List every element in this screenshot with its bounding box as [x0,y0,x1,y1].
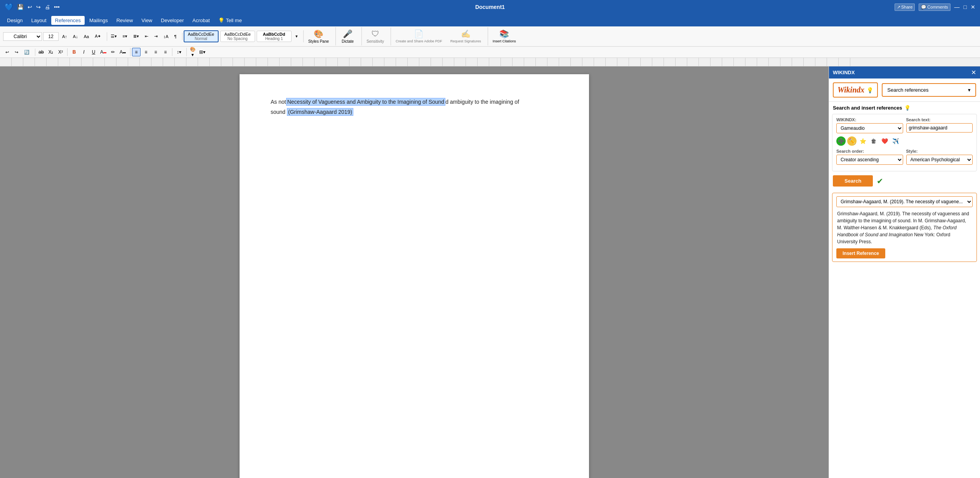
wikindx-search-row: WIKINDX: Gameaudio Search text: [836,117,973,133]
bold-btn[interactable]: B [70,48,78,56]
menu-developer[interactable]: Developer [157,16,188,25]
search-order-select[interactable]: Creator ascending [836,155,903,165]
decrease-font-btn[interactable]: A↓ [71,33,80,40]
menu-design[interactable]: Design [3,16,26,25]
menu-references[interactable]: References [51,16,85,25]
menu-layout[interactable]: Layout [27,16,50,25]
edit-icon[interactable]: ✏️ [847,136,857,146]
search-ref-label: Search references [887,87,928,93]
sidebar-panel: WIKINDX ✕ Wikindx 💡 Search references ▾ … [829,66,980,478]
indent-left-btn[interactable]: ⇤ [142,33,151,40]
comments-button[interactable]: 💬 Comments [919,3,950,11]
close-btn[interactable]: ✕ [971,4,975,10]
wikindx-field-label: WIKINDX: [836,117,903,122]
font-section: Calibri A↑ A↓ Aa A✦ [3,32,107,41]
sidebar-title: WIKINDX [833,70,855,75]
style-normal-btn[interactable]: AaBbCcDdEe Normal [184,30,219,42]
result-select[interactable]: Grimshaw-Aagaard, M. (2019). The necessi… [836,196,973,207]
strikethrough-btn[interactable]: ab [37,48,45,56]
citation-span[interactable]: (Grimshaw-Aagaard 2019) [287,108,353,116]
bullets-btn[interactable]: ☰▾ [108,33,119,40]
sep2 [172,48,172,56]
quick-access-more[interactable]: ••• [54,4,60,10]
insert-citations-section: 📚 Insert Citations [489,27,523,45]
font-format-btn[interactable]: A✦ [92,33,103,40]
star-icon[interactable]: ⭐ [858,136,867,146]
wikindx-select[interactable]: Gameaudio [836,123,903,133]
char-shading-btn[interactable]: A▬ [118,48,127,56]
styles-pane-btn[interactable]: 🎨 Styles Pane [305,27,332,45]
search-text-input[interactable] [906,123,973,133]
align-justify-btn[interactable]: ≡ [161,48,170,56]
more-styles-btn[interactable]: ▾ [293,33,300,40]
search-button[interactable]: Search [833,175,873,187]
dictate-label: Dictate [342,39,354,44]
insert-citations-label: Insert Citations [493,39,516,44]
numbering-btn[interactable]: ≡▾ [120,33,130,40]
sidebar-close-btn[interactable]: ✕ [971,69,976,76]
sort-btn[interactable]: ↕A [161,33,171,40]
quick-access-undo[interactable]: ↩ [28,4,32,10]
maximize-btn[interactable]: □ [964,4,967,10]
menu-tell-me[interactable]: 💡 Tell me [214,16,246,25]
borders-btn[interactable]: ⊞▾ [198,48,207,56]
align-left-btn[interactable]: ≡ [132,48,141,56]
italic-btn[interactable]: I [80,48,88,56]
undo-btn[interactable]: ↩ [3,49,11,56]
menu-view[interactable]: View [137,16,156,25]
create-share-label: Create and Share Adobe PDF [396,39,442,44]
style-heading1-btn[interactable]: AaBbCcDd Heading 1 [257,31,292,42]
insert-reference-btn[interactable]: Insert Reference [836,248,885,258]
indent-right-btn[interactable]: ⇥ [152,33,160,40]
share-button[interactable]: ↗ Share [895,3,915,11]
styles-section: AaBbCcDdEe Normal AaBbCcDdEe No Spacing … [184,30,304,42]
minimize-btn[interactable]: — [954,4,960,10]
show-hide-btn[interactable]: ¶ [172,33,179,40]
insert-citations-btn[interactable]: 📚 Insert Citations [489,27,520,45]
heart-icon[interactable]: ❤️ [880,136,889,146]
plane-icon[interactable]: ✈️ [891,136,900,146]
style-select[interactable]: American Psychological [906,155,973,165]
search-references-btn[interactable]: Search references ▾ [882,83,976,97]
create-share-icon: 📄 [414,29,424,38]
selected-title[interactable]: Necessity of Vagueness and Ambiguity to … [286,98,445,106]
quick-access-print[interactable]: 🖨 [45,4,50,10]
style-no-spacing-btn[interactable]: AaBbCcDdEe No Spacing [220,31,255,42]
multilevel-btn[interactable]: ≣▾ [131,33,141,40]
redo-btn[interactable]: ↪ [12,49,21,56]
wikindx-top-row: Wikindx 💡 Search references ▾ [829,79,980,102]
shading-section: 🎨▾ ⊞▾ [188,48,210,56]
font-case-btn[interactable]: Aa [82,33,91,40]
dictate-btn[interactable]: 🎤 Dictate [337,27,358,45]
font-name-select[interactable]: Calibri [3,32,42,41]
underline-btn[interactable]: U [89,48,98,56]
line-spacing-btn[interactable]: ↕▾ [175,48,183,56]
align-right-btn[interactable]: ≡ [151,48,160,56]
superscript-btn[interactable]: X² [56,48,65,56]
font-color-btn[interactable]: A▬ [99,48,108,56]
menu-review[interactable]: Review [113,16,137,25]
dictate-section: 🎤 Dictate [337,27,362,45]
font-size-input[interactable] [43,32,59,41]
trash-icon[interactable]: 🗑 [869,136,878,146]
menu-mailings[interactable]: Mailings [85,16,112,25]
shading-btn[interactable]: 🎨▾ [188,48,197,56]
align-center-btn[interactable]: ≡ [142,48,150,56]
title-bar-left: 💙 💾 ↩ ↪ 🖨 ••• [5,3,60,11]
increase-font-btn[interactable]: A↑ [60,33,70,40]
request-signatures-btn[interactable]: ✍ Request Signatures [447,27,485,45]
ruler [0,58,980,66]
sensitivity-section: 🛡 Sensitivity [363,28,391,45]
repeat-btn[interactable]: 🔄 [22,49,32,56]
subscript-btn[interactable]: X₂ [47,48,55,56]
sensitivity-btn[interactable]: 🛡 Sensitivity [363,28,387,45]
request-sig-label: Request Signatures [450,39,481,44]
quick-access-save[interactable]: 💾 [17,4,24,10]
add-icon[interactable]: ➕ [836,136,846,146]
create-share-pdf-btn[interactable]: 📄 Create and Share Adobe PDF [392,27,446,45]
document-title: Document1 [475,4,505,10]
doc-text-before: As not [271,99,286,105]
quick-access-redo[interactable]: ↪ [36,4,41,10]
highlight-btn[interactable]: ✏ [109,48,117,56]
menu-acrobat[interactable]: Acrobat [189,16,214,25]
